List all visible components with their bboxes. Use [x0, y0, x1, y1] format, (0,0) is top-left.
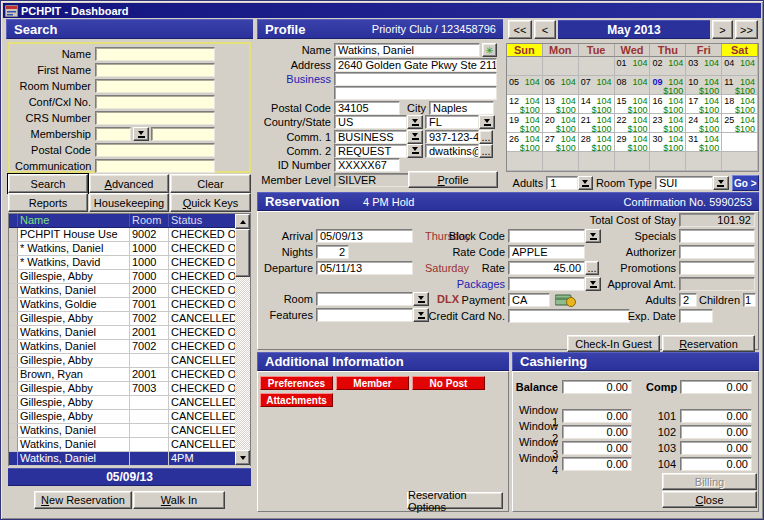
- table-row[interactable]: Gillespie, Abby 7002 CANCELLED: [9, 312, 250, 326]
- row-selector-cell[interactable]: [9, 340, 18, 353]
- calendar-prev-month-button[interactable]: <: [534, 20, 556, 39]
- rate-code-field[interactable]: APPLE: [508, 245, 585, 259]
- rate-field[interactable]: 45.00: [508, 261, 585, 275]
- calendar-day-cell[interactable]: 15 104 $100: [615, 95, 651, 114]
- calendar-day-cell[interactable]: 19 104 $100: [507, 114, 543, 133]
- table-row[interactable]: Gillespie, Abby CANCELLED: [9, 410, 250, 424]
- country-field[interactable]: US: [334, 115, 407, 129]
- calendar-day-cell[interactable]: 18 104 $100: [722, 95, 758, 114]
- row-selector-cell[interactable]: [9, 326, 18, 339]
- new-reservation-button[interactable]: New Reservation: [34, 491, 132, 509]
- comm2-dropdown-button[interactable]: [407, 144, 423, 158]
- row-selector-cell[interactable]: [9, 382, 18, 395]
- table-row[interactable]: Watkins, Goldie 7001 CHECKED OUT: [9, 298, 250, 312]
- row-selector-cell[interactable]: [9, 396, 18, 409]
- row-selector-cell[interactable]: [9, 284, 18, 297]
- clear-button[interactable]: Clear: [170, 174, 251, 193]
- search-crs-input[interactable]: [95, 111, 215, 125]
- business-field-1[interactable]: [334, 72, 497, 86]
- window-amount-field[interactable]: 0.00: [562, 409, 632, 423]
- close-button[interactable]: Close: [662, 491, 757, 508]
- block-code-field[interactable]: [508, 229, 585, 243]
- table-row[interactable]: Gillespie, Abby CANCELLED: [9, 396, 250, 410]
- comm1-type-field[interactable]: BUSINESS: [334, 130, 407, 144]
- profile-button[interactable]: Profile: [408, 171, 498, 188]
- room-field[interactable]: [316, 292, 413, 306]
- calendar-day-cell[interactable]: 07 104: [579, 76, 615, 95]
- profile-name-field[interactable]: Watkins, Daniel: [334, 43, 480, 57]
- window-amount-field[interactable]: 0.00: [562, 425, 632, 439]
- row-selector-cell[interactable]: [9, 312, 18, 325]
- table-row[interactable]: * Watkins, David 1000 CHECKED OUT: [9, 256, 250, 270]
- table-row[interactable]: Gillespie, Abby 7003 CHECKED OUT: [9, 382, 250, 396]
- quick-keys-button[interactable]: Quick Keys: [170, 193, 251, 212]
- departure-field[interactable]: 05/11/13: [316, 261, 413, 275]
- calendar-day-cell[interactable]: [579, 152, 615, 171]
- row-selector-cell[interactable]: [9, 242, 18, 255]
- adults-count-field[interactable]: 2: [679, 293, 697, 307]
- calendar-day-cell[interactable]: 26 104 $100: [507, 133, 543, 152]
- search-name-input[interactable]: [95, 47, 215, 61]
- table-row[interactable]: Watkins, Daniel CANCELLED: [9, 424, 250, 438]
- row-selector-cell[interactable]: [9, 354, 18, 367]
- go-button[interactable]: Go >: [732, 175, 759, 191]
- indicator-lamp[interactable]: Preferences: [260, 376, 333, 390]
- window-code-amount-field[interactable]: 0.00: [680, 457, 752, 471]
- calendar-day-cell[interactable]: 01 104: [615, 57, 651, 76]
- calendar-day-cell[interactable]: 30 104 $100: [650, 133, 686, 152]
- calendar-day-cell[interactable]: 13 104 $100: [543, 95, 579, 114]
- calendar-next-month-button[interactable]: >: [712, 20, 733, 39]
- advanced-button[interactable]: Advanced: [89, 174, 169, 193]
- calendar-day-cell[interactable]: 29 104 $100: [615, 133, 651, 152]
- room-type-field[interactable]: SUI: [655, 176, 713, 190]
- calendar-day-cell[interactable]: [543, 152, 579, 171]
- table-row[interactable]: PCHPIT House Use 9002 CHECKED OUT: [9, 228, 250, 242]
- comm2-more-button[interactable]: ...: [479, 144, 493, 158]
- comm1-more-button[interactable]: ...: [479, 130, 493, 144]
- comm1-value-field[interactable]: 937-123-4567: [425, 130, 479, 144]
- calendar-day-cell[interactable]: 12 104 $100: [507, 95, 543, 114]
- indicator-lamp[interactable]: No Post: [412, 376, 485, 390]
- search-first-name-input[interactable]: [95, 63, 215, 77]
- nights-field[interactable]: 2: [316, 245, 349, 259]
- calendar-day-cell[interactable]: 23 104 $100: [650, 114, 686, 133]
- calendar-day-cell[interactable]: [615, 152, 651, 171]
- comm2-type-field[interactable]: REQUEST: [334, 144, 407, 158]
- table-row[interactable]: Watkins, Daniel 7002 CHECKED OUT: [9, 340, 250, 354]
- business-field-2[interactable]: [334, 86, 497, 100]
- scroll-up-button[interactable]: [235, 214, 250, 229]
- search-conf-input[interactable]: [95, 95, 215, 109]
- calendar-day-cell[interactable]: 31 104 $100: [686, 133, 722, 152]
- row-selector-cell[interactable]: [9, 410, 18, 423]
- reservation-button[interactable]: Reservation: [662, 335, 755, 352]
- column-header-name[interactable]: Name: [18, 214, 130, 227]
- scroll-down-button[interactable]: [235, 450, 250, 465]
- payment-field[interactable]: CA: [508, 293, 550, 307]
- column-header-room[interactable]: Room: [130, 214, 169, 227]
- window-code-amount-field[interactable]: 0.00: [680, 409, 752, 423]
- city-field[interactable]: Naples: [429, 101, 494, 115]
- calendar-day-cell[interactable]: 05 104: [507, 76, 543, 95]
- indicator-lamp[interactable]: Member: [336, 376, 409, 390]
- calendar-day-cell[interactable]: 24 104 $100: [686, 114, 722, 133]
- indicator-lamp[interactable]: Attachments: [260, 393, 333, 407]
- calendar-day-cell[interactable]: [507, 152, 543, 171]
- table-row[interactable]: * Watkins, Daniel 1000 CHECKED OUT: [9, 242, 250, 256]
- calendar-day-cell[interactable]: 22 104 $100: [615, 114, 651, 133]
- search-membership-number-input[interactable]: [151, 127, 215, 141]
- table-scrollbar[interactable]: [235, 214, 250, 465]
- calendar-day-cell[interactable]: [722, 152, 758, 171]
- reports-button[interactable]: Reports: [8, 193, 88, 212]
- window-code-amount-field[interactable]: 0.00: [680, 425, 752, 439]
- window-amount-field[interactable]: 0.00: [562, 441, 632, 455]
- comm1-dropdown-button[interactable]: [407, 130, 423, 144]
- calendar-day-cell[interactable]: 21 104 $100: [579, 114, 615, 133]
- calendar-day-cell[interactable]: 10 104 $100: [686, 76, 722, 95]
- packages-field[interactable]: [508, 277, 585, 291]
- calendar-day-cell[interactable]: 04 104: [722, 57, 758, 76]
- children-field[interactable]: 1: [743, 293, 756, 307]
- calendar-day-cell[interactable]: [722, 133, 758, 152]
- id-number-field[interactable]: XXXXX67: [334, 158, 400, 172]
- table-row[interactable]: Gillespie, Abby CANCELLED: [9, 354, 250, 368]
- promotions-field[interactable]: [679, 261, 755, 275]
